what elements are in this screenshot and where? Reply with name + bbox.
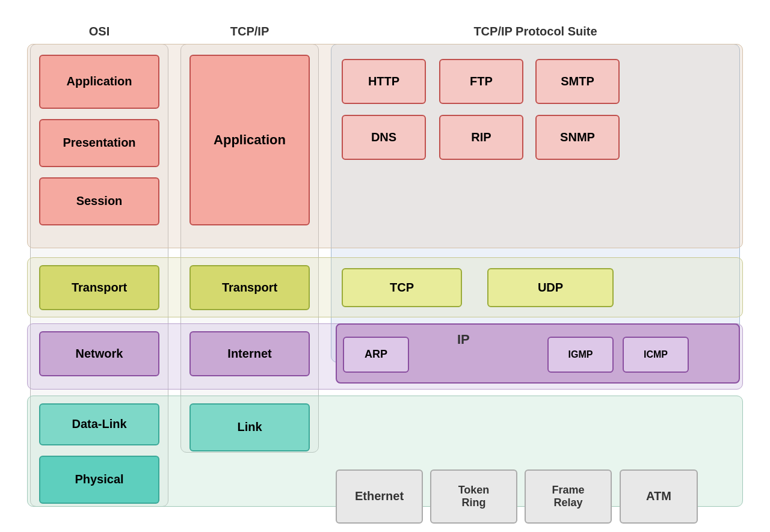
suite-token-ring: TokenRing: [430, 469, 517, 524]
suite-tcp: TCP: [342, 268, 462, 307]
osi-presentation: Presentation: [39, 119, 159, 167]
tcpip-application: Application: [189, 55, 310, 225]
tcpip-transport: Transport: [189, 265, 310, 310]
tcpip-header: TCP/IP: [180, 25, 319, 38]
suite-smtp: SMTP: [535, 59, 620, 104]
suite-udp: UDP: [487, 268, 614, 307]
suite-arp: ARP: [343, 337, 409, 373]
osi-transport: Transport: [39, 265, 159, 310]
suite-snmp: SNMP: [535, 115, 620, 160]
suite-icmp: ICMP: [623, 337, 689, 373]
osi-session: Session: [39, 177, 159, 225]
suite-http: HTTP: [342, 59, 426, 104]
osi-network: Network: [39, 331, 159, 376]
suite-atm: ATM: [620, 469, 698, 524]
suite-ethernet: Ethernet: [336, 469, 423, 524]
tcpip-internet: Internet: [189, 331, 310, 376]
suite-rip: RIP: [439, 115, 523, 160]
diagram-container: OSI TCP/IP TCP/IP Protocol Suite Applica…: [24, 20, 746, 513]
osi-physical: Physical: [39, 456, 159, 504]
suite-ftp: FTP: [439, 59, 523, 104]
osi-datalink: Data-Link: [39, 403, 159, 445]
tcpip-link: Link: [189, 403, 310, 451]
osi-header: OSI: [30, 25, 168, 38]
osi-application: Application: [39, 55, 159, 109]
suite-network-container: ARP IP IGMP ICMP: [336, 323, 740, 384]
suite-header: TCP/IP Protocol Suite: [331, 25, 740, 38]
suite-frame-relay: FrameRelay: [525, 469, 612, 524]
suite-igmp: IGMP: [547, 337, 614, 373]
suite-dns: DNS: [342, 115, 426, 160]
suite-ip: IP: [457, 332, 470, 347]
